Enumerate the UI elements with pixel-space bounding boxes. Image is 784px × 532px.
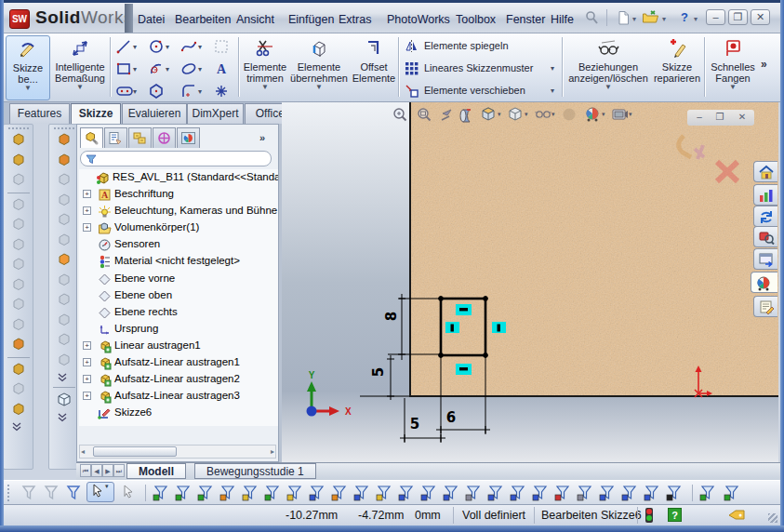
expand-icon[interactable]: + [83, 206, 91, 215]
circle-tool-icon[interactable] [148, 38, 165, 55]
apply-scene-icon[interactable] [584, 106, 601, 123]
tab-modell[interactable]: Modell [126, 463, 186, 479]
side-tool-icon[interactable] [10, 197, 27, 212]
expand-icon[interactable]: + [83, 341, 91, 350]
minimize-button[interactable]: – [706, 9, 725, 25]
expand-icon[interactable]: + [83, 190, 91, 198]
hide-show-items-icon[interactable] [534, 106, 551, 123]
sketch-fillet-tool-icon[interactable] [180, 83, 197, 100]
convert-entities-button[interactable]: Elementeübernehmen▼ [290, 35, 348, 100]
tree-item[interactable]: Skizze6 [79, 405, 278, 421]
side-tool-icon[interactable] [10, 362, 27, 377]
magnetic-line-icon[interactable] [724, 484, 741, 501]
hide-show-items-icon-dropdown[interactable]: ▾ [551, 111, 555, 118]
display-relations-button[interactable]: Beziehungenanzeigen/löschen▼ [567, 35, 649, 100]
side-tool-icon[interactable] [10, 421, 27, 436]
display-style-icon-dropdown[interactable]: ▾ [525, 111, 528, 118]
tag-icon[interactable] [727, 509, 746, 522]
side-tool-icon[interactable] [56, 172, 73, 187]
sketch-fillet-tool-dropdown[interactable]: ▾ [198, 88, 206, 96]
line-tool-icon[interactable] [115, 38, 132, 55]
help-dropdown[interactable]: ▾ [694, 15, 698, 23]
menu-bearbeiten[interactable]: Bearbeiten [175, 13, 231, 26]
side-tool-icon[interactable] [56, 292, 73, 307]
mirror-entities-button[interactable]: Elemente spiegeln [404, 38, 509, 57]
featuremanager-tab[interactable] [80, 127, 103, 148]
ellipse-tool-icon[interactable] [180, 60, 197, 77]
menu-extras[interactable]: Extras [339, 13, 371, 26]
rectangle-tool-icon[interactable] [115, 60, 132, 77]
section-view-icon[interactable] [458, 106, 475, 123]
side-tool-icon[interactable] [10, 317, 27, 332]
tree-item[interactable]: Ebene oben [79, 287, 278, 304]
toolbar-overflow-chevron[interactable]: » [761, 58, 767, 71]
task-custom-properties-tab[interactable] [753, 296, 777, 317]
linear-pattern-button-dropdown[interactable]: ▾ [551, 65, 558, 73]
selection-filter-icon[interactable] [465, 484, 483, 501]
tree-item[interactable]: +Aufsatz-Linear austragen1 [79, 354, 278, 371]
menu-ansicht[interactable]: Ansicht [236, 13, 274, 26]
trim-entities-button[interactable]: Elementetrimmen▼ [242, 35, 288, 100]
help-status-icon[interactable]: ? [668, 508, 682, 522]
part-face[interactable] [409, 102, 778, 396]
arc-tool-icon[interactable] [148, 60, 165, 77]
tree-item[interactable]: +Aufsatz-Linear austragen3 [79, 388, 278, 405]
move-entities-button[interactable]: Elemente verschieben [404, 83, 525, 101]
tab-bewegungsstudie[interactable]: Bewegungsstudie 1 [194, 463, 316, 479]
previous-view-icon[interactable] [438, 106, 455, 123]
view-orientation-icon-dropdown[interactable]: ▾ [498, 111, 501, 118]
side-tool-icon[interactable] [10, 132, 27, 147]
tree-horizontal-scrollbar[interactable]: ◂▸ [79, 445, 276, 459]
selection-filter-icon[interactable] [577, 484, 594, 501]
circle-tool-dropdown[interactable]: ▾ [166, 44, 173, 51]
tree-item[interactable]: Ebene vorne [79, 271, 278, 287]
zoom-area-icon[interactable] [416, 106, 432, 123]
filter-gray-icon[interactable] [20, 484, 38, 501]
side-tool-icon[interactable] [56, 372, 73, 387]
selection-filter-icon[interactable] [599, 484, 617, 501]
side-tool-icon[interactable] [10, 277, 27, 292]
open-document-icon[interactable] [642, 10, 659, 27]
slot-tool-icon[interactable] [115, 83, 132, 100]
ribbon-tab-skizze[interactable]: Skizze [71, 103, 121, 124]
side-tool-icon[interactable] [10, 381, 27, 396]
selection-filter-icon[interactable] [554, 484, 572, 501]
point-tool-icon[interactable] [213, 83, 230, 100]
selection-filter-icon[interactable] [420, 484, 438, 501]
spline-tool-icon[interactable] [180, 38, 197, 55]
tree-item[interactable]: +ABeschriftung [79, 186, 278, 203]
side-tool-icon[interactable] [56, 233, 73, 247]
search-icon[interactable] [584, 10, 599, 29]
new-document-icon[interactable] [616, 10, 631, 29]
side-tool-icon[interactable] [10, 153, 27, 167]
side-tool-icon[interactable] [56, 273, 73, 287]
menu-photoworks[interactable]: PhotoWorks [387, 13, 450, 26]
new-doc-dropdown[interactable]: ▾ [632, 15, 636, 23]
magnetic-line-icon[interactable] [699, 484, 717, 501]
polygon-tool-icon[interactable] [148, 83, 165, 100]
vcr-button[interactable]: ◀ [91, 464, 102, 477]
view-settings-icon[interactable] [611, 106, 628, 123]
selection-filter-icon[interactable] [197, 484, 215, 501]
task-resources-tab[interactable] [753, 184, 777, 206]
filter-blue-icon[interactable] [65, 484, 83, 501]
lasso-pointer-icon[interactable] [121, 484, 139, 501]
side-tool-icon[interactable] [10, 172, 27, 187]
smart-dimension-button[interactable]: IntelligenteBemaßung▼ [53, 35, 107, 100]
selection-filter-icon[interactable] [398, 484, 416, 501]
selection-filter-icon[interactable] [487, 484, 505, 501]
menu-fenster[interactable]: Fenster [506, 13, 545, 26]
arc-tool-dropdown[interactable]: ▾ [166, 66, 173, 73]
selection-filter-icon[interactable] [153, 484, 170, 501]
tree-item[interactable]: +Volumenkörper(1) [79, 219, 278, 236]
menu-toolbox[interactable]: Toolbox [456, 13, 496, 26]
ribbon-tab-features[interactable]: Features [9, 103, 70, 124]
selection-filter-icon[interactable] [286, 484, 304, 501]
configurationmanager-tab[interactable] [128, 127, 152, 148]
side-tool-icon[interactable] [10, 237, 27, 252]
repair-sketch-button[interactable]: Skizzereparieren [651, 35, 703, 100]
vcr-button[interactable]: ⏭ [113, 464, 125, 477]
linear-pattern-button[interactable]: Lineares Skizzenmuster [404, 60, 533, 79]
side-tool-icon[interactable] [56, 313, 73, 327]
filter-gray2-icon[interactable] [43, 484, 60, 501]
